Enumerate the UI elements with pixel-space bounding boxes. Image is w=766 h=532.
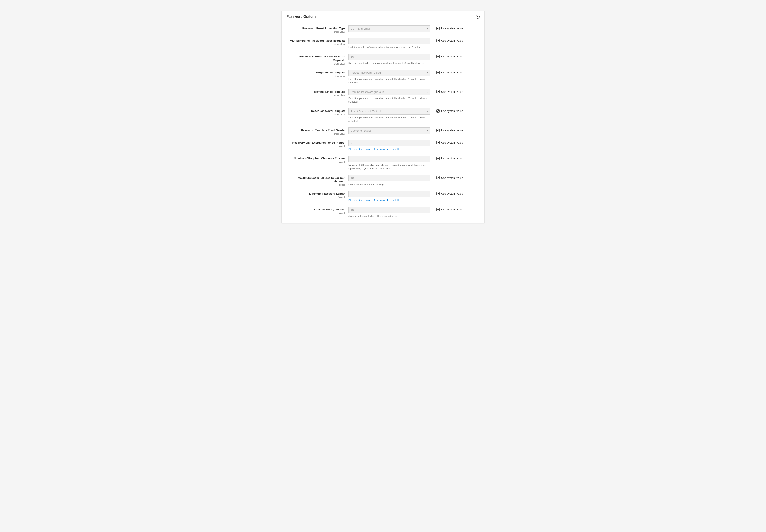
field-label-col: Minimum Password Length[global] [286, 191, 348, 198]
field-label-col: Recovery Link Expiration Period (hours)[… [286, 140, 348, 147]
min_length-use-system-checkbox[interactable] [437, 192, 440, 195]
select-value: Remind Password (Default) [351, 90, 385, 94]
field-input-col: Forgot Password (Default)Email template … [348, 70, 430, 84]
field-input-col: 8Please enter a number 1 or greater in t… [348, 191, 430, 202]
use-system-value-label: Use system value [441, 129, 463, 132]
use-system-value-col: Use system value [430, 156, 463, 160]
field-label-col: Min Time Between Password Reset Requests… [286, 54, 348, 65]
field-row-lockout_failures: Maximum Login Failures to Lockout Accoun… [286, 175, 480, 186]
field-label: Lockout Time (minutes) [286, 208, 345, 212]
field-scope: [store view] [286, 62, 345, 65]
field-scope: [store view] [286, 43, 345, 46]
field-label-col: Forgot Email Template[store view] [286, 70, 348, 77]
caret-down-icon [425, 26, 430, 32]
recovery_expiration-input[interactable]: 2 [348, 140, 430, 146]
field-hint-link[interactable]: Please enter a number 1 or greater in th… [348, 199, 400, 201]
field-input-col: By IP and Email [348, 25, 430, 32]
use-system-value-col: Use system value [430, 89, 463, 93]
caret-down-icon [425, 70, 430, 76]
field-input-col: 10Account will be unlocked after provide… [348, 207, 430, 218]
protection_type-select[interactable]: By IP and Email [348, 25, 430, 32]
use-system-value-col: Use system value [430, 54, 463, 58]
use-system-value-label: Use system value [441, 109, 463, 113]
lockout_time-use-system-checkbox[interactable] [437, 208, 440, 211]
field-row-protection_type: Password Reset Protection Type[store vie… [286, 25, 480, 33]
use-system-value-col: Use system value [430, 70, 463, 74]
max_requests-use-system-checkbox[interactable] [437, 39, 440, 42]
use-system-value-col: Use system value [430, 108, 463, 113]
forgot_template-select[interactable]: Forgot Password (Default) [348, 70, 430, 76]
input-value: 10 [351, 176, 354, 180]
field-hint: Email template chosen based on theme fal… [348, 77, 430, 84]
field-scope: [global] [286, 161, 345, 163]
select-value: Customer Support [351, 129, 373, 132]
char_classes-input[interactable]: 3 [348, 156, 430, 162]
select-value: Reset Password (Default) [351, 110, 382, 113]
input-value: 10 [351, 55, 354, 58]
use-system-value-col: Use system value [430, 191, 463, 195]
field-input-col: Remind Password (Default)Email template … [348, 89, 430, 103]
max_requests-input[interactable]: 5 [348, 38, 430, 44]
use-system-value-label: Use system value [441, 192, 463, 195]
field-label-col: Number of Required Character Classes[glo… [286, 156, 348, 163]
protection_type-use-system-checkbox[interactable] [437, 27, 440, 30]
use-system-value-label: Use system value [441, 39, 463, 42]
field-hint: Use 0 to disable account locking. [348, 183, 430, 186]
field-label: Maximum Login Failures to Lockout Accoun… [286, 176, 345, 184]
checkmark-icon [437, 110, 439, 112]
field-label: Number of Required Character Classes [286, 157, 345, 160]
remind_template-select[interactable]: Remind Password (Default) [348, 89, 430, 95]
input-value: 3 [351, 157, 352, 160]
email_sender-use-system-checkbox[interactable] [437, 129, 440, 132]
checkmark-icon [437, 27, 439, 29]
section-header: Password Options [282, 11, 484, 22]
caret-down-icon [425, 89, 430, 95]
use-system-value-col: Use system value [430, 207, 463, 211]
field-label-col: Max Number of Password Reset Requests[st… [286, 38, 348, 46]
field-row-min_length: Minimum Password Length[global]8Please e… [286, 191, 480, 202]
email_sender-select[interactable]: Customer Support [348, 127, 430, 134]
min_time-input[interactable]: 10 [348, 54, 430, 60]
use-system-value-label: Use system value [441, 90, 463, 93]
field-label: Max Number of Password Reset Requests [286, 39, 345, 43]
collapse-toggle[interactable] [476, 15, 480, 19]
field-label: Password Reset Protection Type [286, 27, 345, 30]
field-row-max_requests: Max Number of Password Reset Requests[st… [286, 38, 480, 49]
use-system-value-label: Use system value [441, 71, 463, 74]
lockout_failures-input[interactable]: 10 [348, 175, 430, 181]
field-scope: [store view] [286, 75, 345, 77]
field-hint-link[interactable]: Please enter a number 1 or greater in th… [348, 148, 400, 150]
field-label-col: Reset Password Template[store view] [286, 108, 348, 116]
lockout_time-input[interactable]: 10 [348, 207, 430, 213]
field-input-col: 2Please enter a number 1 or greater in t… [348, 140, 430, 151]
field-row-forgot_template: Forgot Email Template[store view]Forgot … [286, 70, 480, 84]
use-system-value-label: Use system value [441, 141, 463, 144]
password-options-section: Password Options Password Reset Protecti… [281, 11, 485, 223]
remind_template-use-system-checkbox[interactable] [437, 90, 440, 93]
select-value: By IP and Email [351, 27, 370, 30]
field-row-remind_template: Remind Email Template[store view]Remind … [286, 89, 480, 103]
min_length-input[interactable]: 8 [348, 191, 430, 197]
chevron-up-icon [477, 16, 479, 17]
field-row-email_sender: Password Template Email Sender[store vie… [286, 127, 480, 135]
field-row-min_time: Min Time Between Password Reset Requests… [286, 54, 480, 65]
recovery_expiration-use-system-checkbox[interactable] [437, 141, 440, 144]
reset_template-use-system-checkbox[interactable] [437, 109, 440, 113]
field-input-col: Reset Password (Default)Email template c… [348, 108, 430, 123]
lockout_failures-use-system-checkbox[interactable] [437, 176, 440, 179]
use-system-value-col: Use system value [430, 25, 463, 30]
reset_template-select[interactable]: Reset Password (Default) [348, 108, 430, 115]
char_classes-use-system-checkbox[interactable] [437, 157, 440, 160]
input-value: 8 [351, 193, 352, 196]
field-label-col: Password Template Email Sender[store vie… [286, 127, 348, 135]
field-hint: Email template chosen based on theme fal… [348, 116, 430, 123]
min_time-use-system-checkbox[interactable] [437, 55, 440, 58]
use-system-value-label: Use system value [441, 27, 463, 30]
field-hint: Please enter a number 1 or greater in th… [348, 198, 430, 202]
field-scope: [store view] [286, 132, 345, 135]
field-label: Password Template Email Sender [286, 129, 345, 132]
field-row-recovery_expiration: Recovery Link Expiration Period (hours)[… [286, 140, 480, 151]
checkmark-icon [437, 209, 439, 210]
select-value: Forgot Password (Default) [351, 71, 383, 74]
forgot_template-use-system-checkbox[interactable] [437, 71, 440, 74]
